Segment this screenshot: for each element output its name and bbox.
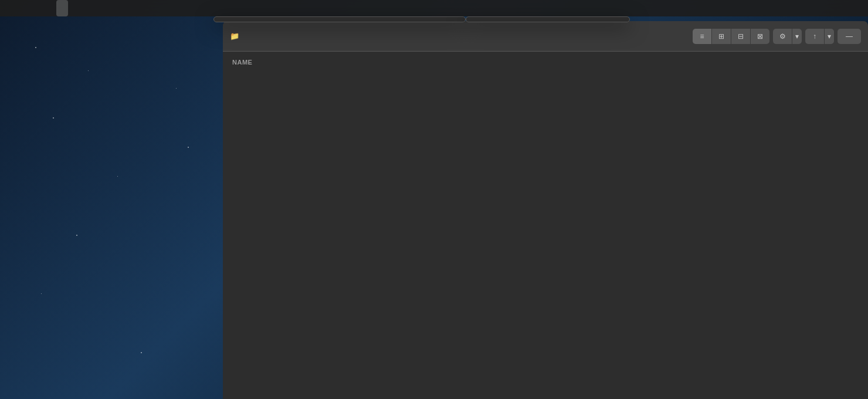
share-btn[interactable]: ↑ bbox=[805, 29, 824, 44]
sidebar-toggle-btn[interactable]: — bbox=[838, 29, 861, 44]
share-dropdown-btn[interactable]: ▾ bbox=[825, 29, 834, 44]
menubar-go[interactable] bbox=[56, 0, 68, 16]
finder-toolbar: 📁 ≡ ⊞ ⊟ ⊠ ⚙ ▾ ↑ ▾ — bbox=[223, 21, 868, 52]
finder-window: 📁 ≡ ⊞ ⊟ ⊠ ⚙ ▾ ↑ ▾ — Name bbox=[223, 21, 868, 399]
menubar-file[interactable] bbox=[21, 0, 33, 16]
menubar-help[interactable] bbox=[80, 0, 91, 16]
view-buttons: ≡ ⊞ ⊟ ⊠ bbox=[693, 29, 769, 44]
finder-list-header-name: Name bbox=[223, 56, 868, 68]
utilities-submenu bbox=[466, 16, 630, 22]
finder-content: Name bbox=[223, 52, 868, 398]
menubar-edit[interactable] bbox=[33, 0, 45, 16]
gallery-view-btn[interactable]: ⊟ bbox=[731, 29, 750, 44]
icon-view-btn[interactable]: ⊠ bbox=[751, 29, 769, 44]
utilities-path-label: 📁 bbox=[230, 32, 242, 40]
menubar-finder[interactable] bbox=[9, 0, 21, 16]
menubar-view[interactable] bbox=[45, 0, 56, 16]
finder-list: Name bbox=[223, 52, 868, 398]
folder-icon: 📁 bbox=[230, 32, 239, 40]
list-view-btn[interactable]: ≡ bbox=[693, 29, 711, 44]
menubar bbox=[0, 0, 868, 16]
action-dropdown-btn[interactable]: ▾ bbox=[792, 29, 802, 44]
action-btn[interactable]: ⚙ bbox=[773, 29, 792, 44]
go-menu bbox=[213, 16, 466, 22]
share-buttons: ↑ ▾ bbox=[805, 29, 834, 44]
action-buttons: ⚙ ▾ bbox=[773, 29, 802, 44]
menubar-window[interactable] bbox=[68, 0, 80, 16]
column-view-btn[interactable]: ⊞ bbox=[712, 29, 731, 44]
